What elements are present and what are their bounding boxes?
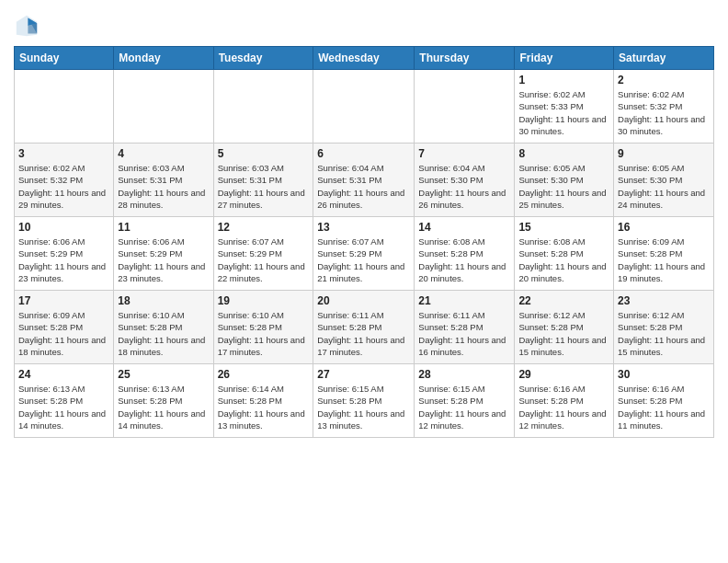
day-cell: 14Sunrise: 6:08 AM Sunset: 5:28 PM Dayli… <box>415 217 515 291</box>
day-cell: 15Sunrise: 6:08 AM Sunset: 5:28 PM Dayli… <box>515 217 614 291</box>
col-header-wednesday: Wednesday <box>313 47 415 70</box>
day-info: Sunrise: 6:11 AM Sunset: 5:28 PM Dayligh… <box>418 309 510 358</box>
day-number: 17 <box>18 294 109 307</box>
day-cell: 9Sunrise: 6:05 AM Sunset: 5:30 PM Daylig… <box>614 144 714 217</box>
day-cell: 7Sunrise: 6:04 AM Sunset: 5:30 PM Daylig… <box>415 144 515 217</box>
col-header-saturday: Saturday <box>614 47 714 70</box>
day-number: 22 <box>518 294 609 307</box>
day-info: Sunrise: 6:15 AM Sunset: 5:28 PM Dayligh… <box>317 383 410 431</box>
day-number: 25 <box>118 368 209 381</box>
day-cell <box>415 70 515 144</box>
day-info: Sunrise: 6:13 AM Sunset: 5:28 PM Dayligh… <box>18 383 109 431</box>
day-number: 24 <box>18 368 109 381</box>
day-cell: 5Sunrise: 6:03 AM Sunset: 5:31 PM Daylig… <box>213 144 313 217</box>
day-cell: 29Sunrise: 6:16 AM Sunset: 5:28 PM Dayli… <box>515 364 614 438</box>
day-number: 27 <box>317 368 410 381</box>
day-info: Sunrise: 6:05 AM Sunset: 5:30 PM Dayligh… <box>618 162 710 211</box>
page: SundayMondayTuesdayWednesdayThursdayFrid… <box>0 0 728 447</box>
day-number: 28 <box>418 368 510 381</box>
day-cell: 19Sunrise: 6:10 AM Sunset: 5:28 PM Dayli… <box>213 291 313 364</box>
week-row-1: 1Sunrise: 6:02 AM Sunset: 5:33 PM Daylig… <box>15 70 714 144</box>
day-cell: 11Sunrise: 6:06 AM Sunset: 5:29 PM Dayli… <box>114 217 213 291</box>
day-cell <box>114 70 213 144</box>
day-number: 13 <box>317 221 410 234</box>
day-info: Sunrise: 6:16 AM Sunset: 5:28 PM Dayligh… <box>518 383 609 431</box>
day-cell: 25Sunrise: 6:13 AM Sunset: 5:28 PM Dayli… <box>114 364 213 438</box>
day-info: Sunrise: 6:11 AM Sunset: 5:28 PM Dayligh… <box>317 309 410 358</box>
day-cell: 23Sunrise: 6:12 AM Sunset: 5:28 PM Dayli… <box>614 291 714 364</box>
day-info: Sunrise: 6:09 AM Sunset: 5:28 PM Dayligh… <box>618 236 710 284</box>
day-number: 23 <box>618 294 710 307</box>
day-cell: 28Sunrise: 6:15 AM Sunset: 5:28 PM Dayli… <box>415 364 515 438</box>
day-cell: 6Sunrise: 6:04 AM Sunset: 5:31 PM Daylig… <box>313 144 415 217</box>
day-info: Sunrise: 6:04 AM Sunset: 5:30 PM Dayligh… <box>418 162 510 211</box>
day-info: Sunrise: 6:02 AM Sunset: 5:32 PM Dayligh… <box>18 162 109 211</box>
day-number: 18 <box>118 294 209 307</box>
day-number: 4 <box>118 147 209 160</box>
day-number: 6 <box>317 147 410 160</box>
day-number: 15 <box>518 221 609 234</box>
day-cell: 24Sunrise: 6:13 AM Sunset: 5:28 PM Dayli… <box>15 364 114 438</box>
header-row: SundayMondayTuesdayWednesdayThursdayFrid… <box>15 47 714 70</box>
day-cell <box>213 70 313 144</box>
col-header-thursday: Thursday <box>415 47 515 70</box>
week-row-5: 24Sunrise: 6:13 AM Sunset: 5:28 PM Dayli… <box>15 364 714 438</box>
day-cell: 4Sunrise: 6:03 AM Sunset: 5:31 PM Daylig… <box>114 144 213 217</box>
day-number: 5 <box>218 147 310 160</box>
day-info: Sunrise: 6:10 AM Sunset: 5:28 PM Dayligh… <box>118 309 209 358</box>
col-header-monday: Monday <box>114 47 213 70</box>
day-info: Sunrise: 6:05 AM Sunset: 5:30 PM Dayligh… <box>518 162 609 211</box>
day-info: Sunrise: 6:04 AM Sunset: 5:31 PM Dayligh… <box>317 162 410 211</box>
day-cell: 27Sunrise: 6:15 AM Sunset: 5:28 PM Dayli… <box>313 364 415 438</box>
day-number: 30 <box>618 368 710 381</box>
day-info: Sunrise: 6:13 AM Sunset: 5:28 PM Dayligh… <box>118 383 209 431</box>
day-number: 11 <box>118 221 209 234</box>
day-info: Sunrise: 6:07 AM Sunset: 5:29 PM Dayligh… <box>317 236 410 284</box>
day-cell: 10Sunrise: 6:06 AM Sunset: 5:29 PM Dayli… <box>15 217 114 291</box>
day-info: Sunrise: 6:06 AM Sunset: 5:29 PM Dayligh… <box>118 236 209 284</box>
day-number: 12 <box>218 221 310 234</box>
day-number: 1 <box>518 74 609 86</box>
week-row-2: 3Sunrise: 6:02 AM Sunset: 5:32 PM Daylig… <box>15 144 714 217</box>
logo-icon <box>14 13 40 39</box>
col-header-tuesday: Tuesday <box>213 47 313 70</box>
day-number: 19 <box>218 294 310 307</box>
col-header-friday: Friday <box>515 47 614 70</box>
day-number: 26 <box>218 368 310 381</box>
day-info: Sunrise: 6:12 AM Sunset: 5:28 PM Dayligh… <box>618 309 710 358</box>
day-info: Sunrise: 6:10 AM Sunset: 5:28 PM Dayligh… <box>218 309 310 358</box>
day-info: Sunrise: 6:12 AM Sunset: 5:28 PM Dayligh… <box>518 309 609 358</box>
day-info: Sunrise: 6:06 AM Sunset: 5:29 PM Dayligh… <box>18 236 109 284</box>
day-cell: 21Sunrise: 6:11 AM Sunset: 5:28 PM Dayli… <box>415 291 515 364</box>
day-info: Sunrise: 6:15 AM Sunset: 5:28 PM Dayligh… <box>418 383 510 431</box>
day-info: Sunrise: 6:08 AM Sunset: 5:28 PM Dayligh… <box>518 236 609 284</box>
day-cell: 18Sunrise: 6:10 AM Sunset: 5:28 PM Dayli… <box>114 291 213 364</box>
day-cell <box>15 70 114 144</box>
day-info: Sunrise: 6:03 AM Sunset: 5:31 PM Dayligh… <box>218 162 310 211</box>
day-number: 14 <box>418 221 510 234</box>
day-number: 8 <box>518 147 609 160</box>
day-cell: 3Sunrise: 6:02 AM Sunset: 5:32 PM Daylig… <box>15 144 114 217</box>
day-number: 16 <box>618 221 710 234</box>
day-cell: 1Sunrise: 6:02 AM Sunset: 5:33 PM Daylig… <box>515 70 614 144</box>
day-info: Sunrise: 6:16 AM Sunset: 5:28 PM Dayligh… <box>618 383 710 431</box>
day-info: Sunrise: 6:09 AM Sunset: 5:28 PM Dayligh… <box>18 309 109 358</box>
day-cell: 22Sunrise: 6:12 AM Sunset: 5:28 PM Dayli… <box>515 291 614 364</box>
day-number: 10 <box>18 221 109 234</box>
day-number: 7 <box>418 147 510 160</box>
header <box>14 9 714 39</box>
day-cell: 26Sunrise: 6:14 AM Sunset: 5:28 PM Dayli… <box>213 364 313 438</box>
day-info: Sunrise: 6:02 AM Sunset: 5:32 PM Dayligh… <box>618 88 710 137</box>
calendar-table: SundayMondayTuesdayWednesdayThursdayFrid… <box>14 46 714 438</box>
day-cell <box>313 70 415 144</box>
col-header-sunday: Sunday <box>15 47 114 70</box>
day-info: Sunrise: 6:08 AM Sunset: 5:28 PM Dayligh… <box>418 236 510 284</box>
day-cell: 20Sunrise: 6:11 AM Sunset: 5:28 PM Dayli… <box>313 291 415 364</box>
logo <box>14 13 43 39</box>
day-cell: 12Sunrise: 6:07 AM Sunset: 5:29 PM Dayli… <box>213 217 313 291</box>
day-number: 20 <box>317 294 410 307</box>
day-cell: 13Sunrise: 6:07 AM Sunset: 5:29 PM Dayli… <box>313 217 415 291</box>
week-row-3: 10Sunrise: 6:06 AM Sunset: 5:29 PM Dayli… <box>15 217 714 291</box>
day-cell: 8Sunrise: 6:05 AM Sunset: 5:30 PM Daylig… <box>515 144 614 217</box>
day-number: 9 <box>618 147 710 160</box>
